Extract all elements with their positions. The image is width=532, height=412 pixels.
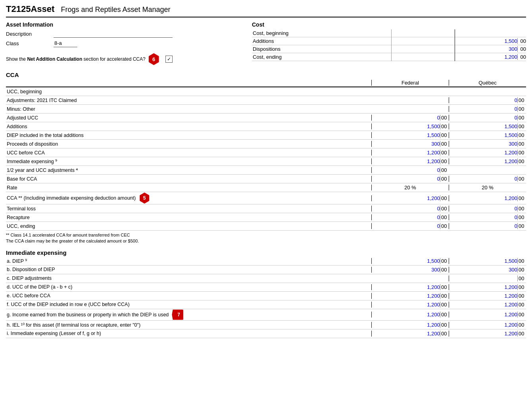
cca-data-row: UCC before CCA1,200001,20000 [6, 148, 526, 157]
cost-row: Cost, beginning [252, 29, 526, 37]
cca-quebec-value: 1,20000 [449, 195, 526, 201]
imm-data-row: c. DIEP adjustments00 [6, 274, 526, 283]
badge-5: 5 [139, 193, 150, 204]
imm-row-label: f. UCC of the DIEP included in row e (UC… [6, 302, 371, 307]
cost-row: Dispositions30000 [252, 45, 526, 53]
imm-data-row: g. Income earned from the business or pr… [6, 309, 526, 321]
cca-row-label: Immediate expensing ⁹ [6, 158, 371, 164]
cost-row: Additions1,50000 [252, 37, 526, 45]
class-label: Class [6, 40, 54, 46]
cca-row-label: Base for CCA [6, 176, 371, 182]
cca-federal-value: 1,50000 [371, 123, 449, 129]
imm-federal-value: 1,20000 [371, 322, 449, 328]
cca-federal-value: 000 [371, 167, 449, 173]
description-input[interactable] [54, 30, 173, 38]
cca-data-row: Minus: Other000 [6, 105, 526, 114]
imm-row-label: i. Immediate expensing (Lesser of f, g o… [6, 331, 371, 336]
cca-row-label: Rate [6, 185, 371, 191]
cca-quebec-value: 30000 [449, 141, 526, 147]
cca-federal-value: 000 [371, 115, 449, 121]
cost-value-main: 300 [494, 46, 517, 52]
cca-row-label: UCC before CCA [6, 150, 371, 156]
accelerated-cca-rest: section for accelerated CCA? [82, 56, 145, 62]
imm-quebec-value: 1,50000 [449, 258, 526, 264]
asset-info-section-title: Asset Information [6, 21, 244, 28]
cca-data-row: UCC, beginning [6, 87, 526, 96]
imm-row-label: g. Income earned from the business or pr… [6, 310, 371, 320]
imm-data-row: b. Disposition of DIEP3000030000 [6, 266, 526, 274]
imm-federal-value: 1,20000 [371, 293, 449, 299]
imm-data-row: h. IEL ¹⁰ for this asset (If terminal lo… [6, 321, 526, 329]
cca-quebec-value: 000 [449, 97, 526, 103]
imm-quebec-value: 1,20000 [449, 312, 526, 318]
imm-federal-value: 1,20000 [371, 312, 449, 318]
cca-federal-value: 1,50000 [371, 132, 449, 138]
cost-row: Cost, ending1,20000 [252, 53, 526, 61]
cca-quebec-value: 000 [449, 214, 526, 220]
accelerated-cca-label: Show the Net Addition Calculation sectio… [6, 56, 146, 62]
cost-value-cents: 00 [517, 54, 526, 60]
cca-row-label: DIEP included in the total additions [6, 133, 371, 138]
cca-federal-value: 000 [371, 223, 449, 229]
badge-6: 6 [148, 53, 160, 65]
footnote-line2: The CCA claim may be the greater of the … [6, 238, 526, 244]
cca-quebec-rate: 20 % [449, 185, 526, 191]
cca-row-label: Minus: Other [6, 106, 371, 112]
cca-quebec-value: 000 [449, 115, 526, 121]
cca-data-row: Proceeds of disposition3000030000 [6, 140, 526, 148]
class-input[interactable] [54, 39, 77, 47]
imm-federal-value: 1,20000 [371, 331, 449, 337]
cca-federal-value: 30000 [371, 141, 449, 147]
imm-data-row: f. UCC of the DIEP included in row e (UC… [6, 300, 526, 309]
imm-quebec-value: 00 [449, 275, 526, 281]
imm-row-label: b. Disposition of DIEP [6, 267, 371, 272]
cca-row-label: CCA ** (Including immediate expensing de… [6, 193, 371, 204]
imm-data-row: a. DIEP ⁹1,500001,50000 [6, 257, 526, 266]
cost-value-cents: 00 [517, 38, 526, 44]
accelerated-cca-bold: Net Addition Calculation [27, 56, 82, 62]
imm-quebec-value: 30000 [449, 267, 526, 273]
imm-quebec-value: 1,20000 [449, 302, 526, 308]
cost-value-cents: 00 [517, 46, 526, 52]
badge-7: 7 [172, 310, 183, 320]
imm-quebec-value: 1,20000 [449, 284, 526, 290]
cost-section-title: Cost [252, 21, 526, 28]
app-title-sub: Frogs and Reptiles Asset Manager [61, 6, 170, 13]
imm-quebec-value: 1,20000 [449, 293, 526, 299]
imm-row-label: c. DIEP adjustments [6, 275, 371, 281]
footnote-line1: ** Class 14.1 accelerated CCA for amount… [6, 232, 526, 238]
imm-row-label: h. IEL ¹⁰ for this asset (If terminal lo… [6, 322, 371, 328]
cca-row-label: UCC, beginning [6, 89, 371, 94]
cca-federal-value: 000 [371, 214, 449, 220]
cca-quebec-value: 000 [449, 223, 526, 229]
cca-data-row: Terminal loss000000 [6, 204, 526, 213]
cca-federal-value: 000 [371, 206, 449, 212]
description-label: Description [6, 31, 54, 37]
imm-federal-value: 1,50000 [371, 258, 449, 264]
cca-data-row: Rate20 %20 % [6, 183, 526, 192]
cca-quebec-value: 000 [449, 206, 526, 212]
cca-quebec-value: 1,20000 [449, 158, 526, 164]
cca-data-row: CCA ** (Including immediate expensing de… [6, 192, 526, 204]
accelerated-cca-checkbox[interactable]: ✓ [165, 56, 173, 63]
imm-data-row: d. UCC of the DIEP (a - b + c)1,200001,2… [6, 283, 526, 292]
cca-data-row: UCC, ending000000 [6, 222, 526, 231]
cca-data-row: Adjustments: 2021 ITC Claimed000 [6, 96, 526, 105]
cca-section-title: CCA [6, 71, 19, 78]
cca-data-row: 1/2 year and UCC adjustments ⁴000 [6, 166, 526, 175]
cca-federal-value: 1,20000 [371, 195, 449, 201]
cca-data-row: Recapture000000 [6, 213, 526, 222]
cca-row-label: 1/2 year and UCC adjustments ⁴ [6, 167, 371, 173]
cca-row-label: Recapture [6, 215, 371, 220]
cca-federal-rate: 20 % [371, 185, 449, 191]
cca-quebec-value: 000 [449, 176, 526, 182]
imm-row-label: a. DIEP ⁹ [6, 258, 371, 264]
cca-row-label: UCC, ending [6, 223, 371, 229]
cca-quebec-value: 1,50000 [449, 123, 526, 129]
cca-quebec-header: Québec [449, 80, 526, 86]
imm-row-label: d. UCC of the DIEP (a - b + c) [6, 284, 371, 290]
cca-row-label: Terminal loss [6, 206, 371, 212]
imm-quebec-value: 1,20000 [449, 331, 526, 337]
imm-federal-value: 1,20000 [371, 284, 449, 290]
imm-federal-value: 1,20000 [371, 302, 449, 308]
